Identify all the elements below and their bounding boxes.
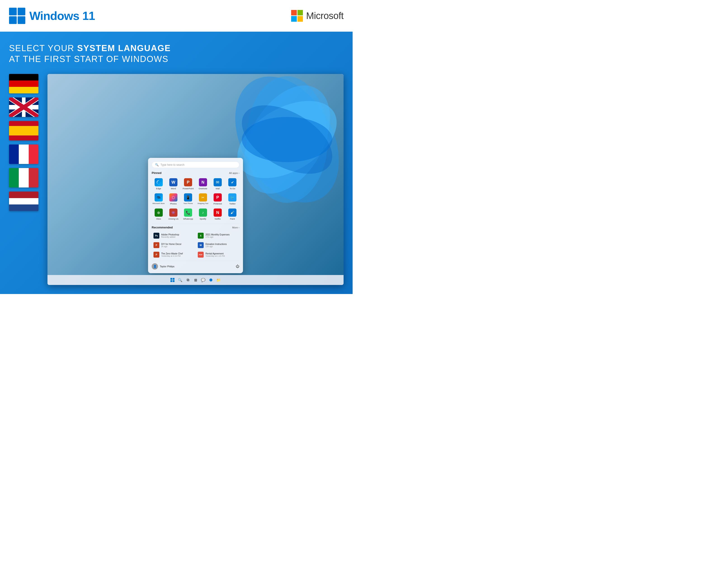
search-icon: 🔍	[155, 163, 159, 167]
twitter-icon: 🐦	[228, 193, 236, 201]
monthly-text: 2021 Monthly Expenses 17m ago	[205, 233, 230, 238]
svg-rect-9	[173, 280, 175, 282]
yourphone-label: Your Phone	[184, 202, 193, 205]
windows-title: Windows 11	[30, 9, 95, 22]
chat-icon[interactable]: 💬	[200, 277, 206, 283]
app-whatsapp[interactable]: 📞 WhatsApp	[181, 207, 195, 221]
app-yourphone[interactable]: 📱 Your Phone	[181, 192, 195, 206]
netflix-icon: N	[214, 209, 222, 217]
app-amongus[interactable]: 👾 Among Us	[167, 207, 180, 221]
flags-column	[9, 74, 38, 285]
app-word[interactable]: W Word	[167, 177, 180, 191]
word-icon-donation: W	[198, 242, 204, 248]
flag-german[interactable]	[9, 74, 38, 93]
photoshop-text: Adobe Photoshop Recently added	[161, 233, 179, 238]
rec-rental[interactable]: PDF Rental Agreement Yesterday at 1:15 P…	[196, 251, 239, 259]
app-mail[interactable]: ✉ Mail	[211, 177, 225, 191]
app-xbox[interactable]: ⊕ Xbox	[152, 207, 166, 221]
desktop-background: 🔍 Type here to search Pinned All apps ›	[47, 74, 343, 285]
main-section: SELECT YOUR SYSTEM LANGUAGE AT THE FIRST…	[0, 32, 352, 294]
rec-diy[interactable]: P DIY for Home Decor 2h ago	[152, 241, 195, 250]
xbox-label: Xbox	[156, 218, 161, 220]
flag-italian[interactable]	[9, 168, 38, 187]
rec-zerowaste[interactable]: P The Zero-Waste Chef Yesterday at 4:24 …	[152, 251, 195, 259]
photos-icon: ⬡	[169, 193, 178, 201]
content-row: 🔍 Type here to search Pinned All apps ›	[9, 74, 343, 285]
app-netflix[interactable]: N Netflix	[211, 207, 225, 221]
amongus-icon: 👾	[169, 209, 178, 217]
file-explorer-icon[interactable]: 📁	[216, 277, 222, 283]
app-snipping[interactable]: ✂ Snipping Tool	[196, 192, 210, 206]
spotify-icon: ♪	[199, 209, 207, 217]
paint-icon: 🖌	[228, 209, 236, 217]
svg-point-2	[226, 74, 343, 209]
flag-spanish[interactable]	[9, 121, 38, 140]
rec-monthly[interactable]: X 2021 Monthly Expenses 17m ago	[196, 231, 239, 240]
diy-text: DIY for Home Decor 2h ago	[161, 243, 182, 247]
app-edge[interactable]: Edge	[152, 177, 166, 191]
flag-dutch[interactable]	[9, 191, 38, 211]
start-footer: 👤 Taylor Philips ⏻	[152, 261, 239, 270]
more-button[interactable]: More ›	[232, 226, 239, 229]
taskbar: 🔍 ⧉ ⊞ 💬 📁	[47, 275, 343, 285]
app-onenote[interactable]: N OneNote	[196, 177, 210, 191]
edge-taskbar-icon[interactable]	[208, 277, 214, 283]
app-todo[interactable]: ✔ To Do	[226, 177, 239, 191]
task-view-icon[interactable]: ⧉	[185, 277, 191, 283]
app-spotify[interactable]: ♪ Spotify	[196, 207, 210, 221]
widgets-icon[interactable]: ⊞	[192, 277, 199, 283]
xbox-icon: ⊕	[155, 209, 163, 217]
spotify-label: Spotify	[200, 218, 206, 220]
snipping-label: Snipping Tool	[197, 202, 208, 205]
paint-label: Paint	[230, 218, 235, 220]
rec-photoshop[interactable]: Ps Adobe Photoshop Recently added	[152, 231, 195, 240]
user-name: Taylor Philips	[160, 265, 175, 268]
zerowaste-text: The Zero-Waste Chef Yesterday at 4:24 PM	[161, 253, 183, 257]
word-icon: W	[169, 178, 178, 186]
yourphone-icon: 📱	[184, 193, 192, 201]
pinterest-icon: P	[214, 193, 222, 201]
svg-point-5	[242, 117, 332, 162]
whatsapp-icon: 📞	[184, 209, 192, 217]
app-msstore[interactable]: 🛍 Microsoft Store	[152, 192, 166, 206]
todo-icon: ✔	[228, 178, 236, 186]
app-photos[interactable]: ⬡ Photos	[167, 192, 180, 206]
app-powerpoint[interactable]: P PowerPoint	[181, 177, 195, 191]
divider	[152, 224, 239, 224]
search-bar[interactable]: 🔍 Type here to search	[152, 162, 239, 168]
flag-english[interactable]	[9, 97, 38, 117]
netflix-label: Netflix	[215, 218, 221, 220]
recommended-items: Ps Adobe Photoshop Recently added X	[152, 231, 239, 259]
start-menu: 🔍 Type here to search Pinned All apps ›	[148, 158, 243, 273]
onenote-icon: N	[199, 178, 207, 186]
powerpoint-label: PowerPoint	[183, 187, 194, 190]
rec-donation[interactable]: W Donation Instructions 12h ago	[196, 241, 239, 250]
donation-text: Donation Instructions 12h ago	[205, 243, 227, 247]
ppt-icon-diy: P	[153, 242, 159, 248]
pinterest-label: Pinterest	[214, 202, 222, 205]
power-button[interactable]: ⏻	[236, 264, 239, 268]
msstore-icon: 🛍	[155, 193, 163, 201]
all-apps-button[interactable]: All apps ›	[229, 172, 239, 174]
windows-brand: Windows 11	[9, 8, 95, 24]
headline: SELECT YOUR SYSTEM LANGUAGE AT THE FIRST…	[9, 43, 343, 64]
edge-icon	[155, 178, 163, 186]
amongus-label: Among Us	[169, 218, 178, 220]
user-info[interactable]: 👤 Taylor Philips	[152, 263, 175, 270]
svg-rect-6	[171, 278, 172, 280]
search-placeholder-text: Type here to search	[160, 163, 184, 167]
windows-screenshot: 🔍 Type here to search Pinned All apps ›	[47, 74, 343, 285]
rental-text: Rental Agreement Yesterday at 1:15 PM	[205, 253, 225, 257]
flag-french[interactable]	[9, 144, 38, 164]
app-paint[interactable]: 🖌 Paint	[226, 207, 239, 221]
recommended-header: Recommended More ›	[152, 226, 239, 229]
pinned-header: Pinned All apps ›	[152, 171, 239, 175]
microsoft-brand: Microsoft	[291, 10, 343, 22]
microsoft-logo-icon	[291, 10, 303, 22]
start-button[interactable]	[169, 277, 176, 283]
search-taskbar-icon[interactable]: 🔍	[177, 277, 183, 283]
microsoft-label: Microsoft	[306, 10, 343, 21]
app-pinterest[interactable]: P Pinterest	[211, 192, 225, 206]
powerpoint-icon: P	[184, 178, 192, 186]
app-twitter[interactable]: 🐦 Twitter	[226, 192, 239, 206]
